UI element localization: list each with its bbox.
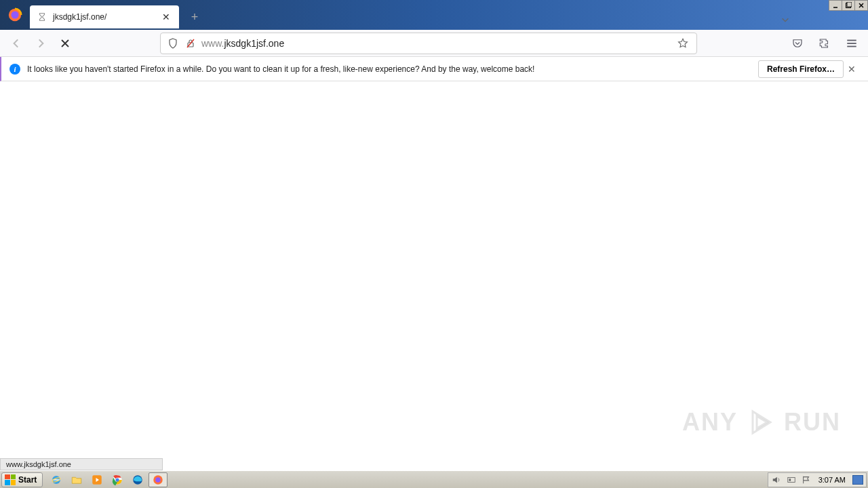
windows-taskbar: Start 3:07 AM xyxy=(0,470,868,488)
refresh-firefox-button[interactable]: Refresh Firefox… xyxy=(758,60,844,78)
quick-launch xyxy=(47,472,167,487)
url-prefix: www. xyxy=(201,38,224,49)
extensions-button[interactable] xyxy=(814,33,835,54)
anyrun-watermark: ANY RUN xyxy=(682,408,841,436)
windows-logo-icon xyxy=(5,474,16,485)
volume-icon[interactable] xyxy=(771,474,782,485)
show-desktop-button[interactable] xyxy=(852,475,863,485)
back-button[interactable] xyxy=(5,33,27,54)
explorer-icon[interactable] xyxy=(67,472,86,487)
close-window-button[interactable] xyxy=(854,0,868,11)
page-content: ANY RUN xyxy=(0,81,868,470)
flag-icon[interactable] xyxy=(801,474,812,485)
firefox-taskbar-icon[interactable] xyxy=(149,472,167,487)
firefox-logo-icon xyxy=(0,0,30,30)
media-player-icon[interactable] xyxy=(87,472,106,487)
notification-text: It looks like you haven't started Firefo… xyxy=(27,64,747,74)
edge-icon[interactable] xyxy=(128,472,147,487)
maximize-button[interactable] xyxy=(842,0,855,11)
svg-rect-19 xyxy=(789,479,791,481)
status-bar: www.jksdgk1jsf.one xyxy=(0,458,163,470)
play-icon xyxy=(747,409,774,436)
browser-titlebar: jksdgk1jsf.one/ ✕ + xyxy=(0,0,868,30)
app-menu-button[interactable] xyxy=(841,33,863,54)
start-label: Start xyxy=(18,475,37,485)
bookmark-star-button[interactable] xyxy=(675,35,691,52)
device-icon[interactable] xyxy=(786,474,797,485)
new-tab-button[interactable]: + xyxy=(184,7,205,27)
window-controls xyxy=(829,0,868,11)
url-text: www.jksdgk1jsf.one xyxy=(201,38,675,49)
hourglass-icon xyxy=(37,12,47,22)
chrome-icon[interactable] xyxy=(108,472,127,487)
svg-point-1 xyxy=(12,12,19,19)
clock[interactable]: 3:07 AM xyxy=(816,476,848,484)
navigation-toolbar: www.jksdgk1jsf.one xyxy=(0,30,868,57)
lock-insecure-icon[interactable] xyxy=(184,37,197,50)
notification-close-button[interactable]: ✕ xyxy=(844,61,860,77)
url-bar[interactable]: www.jksdgk1jsf.one xyxy=(160,33,697,54)
system-tray: 3:07 AM xyxy=(768,472,867,487)
forward-button[interactable] xyxy=(30,33,52,54)
svg-point-14 xyxy=(116,478,119,481)
watermark-left: ANY xyxy=(682,408,738,436)
shield-icon[interactable] xyxy=(166,37,180,50)
pocket-button[interactable] xyxy=(787,33,808,54)
tab-title: jksdgk1jsf.one/ xyxy=(53,12,160,22)
tab-close-button[interactable]: ✕ xyxy=(160,11,172,23)
stop-reload-button[interactable] xyxy=(54,33,76,54)
refresh-notification-bar: i It looks like you haven't started Fire… xyxy=(0,57,868,81)
minimize-button[interactable] xyxy=(829,0,842,11)
browser-tab[interactable]: jksdgk1jsf.one/ ✕ xyxy=(30,5,179,28)
ie-icon[interactable] xyxy=(47,472,66,487)
tabs-dropdown-button[interactable] xyxy=(775,9,795,30)
svg-rect-18 xyxy=(787,477,795,482)
info-icon: i xyxy=(9,64,20,75)
svg-point-17 xyxy=(156,477,161,483)
start-button[interactable]: Start xyxy=(1,472,43,487)
svg-rect-4 xyxy=(847,2,852,7)
watermark-right: RUN xyxy=(784,408,841,436)
url-domain: jksdgk1jsf.one xyxy=(224,38,284,49)
